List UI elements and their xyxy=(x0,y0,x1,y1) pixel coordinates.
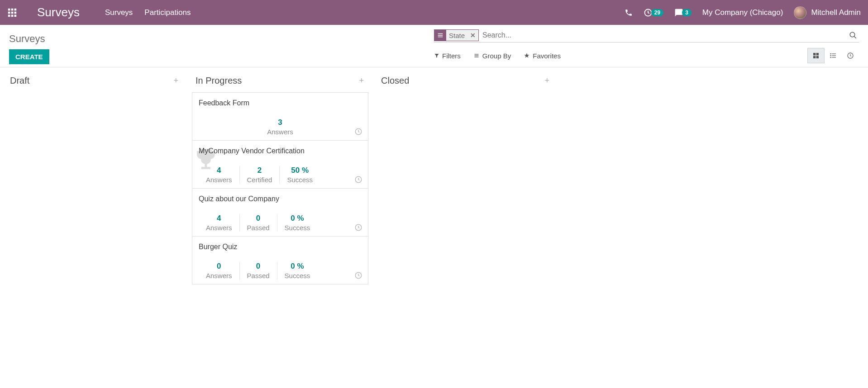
company-switcher[interactable]: My Company (Chicago) xyxy=(702,8,783,17)
svg-rect-4 xyxy=(11,11,14,14)
control-panel: Surveys CREATE State ✕ Filters xyxy=(0,25,868,67)
facet-label: State xyxy=(446,32,467,39)
card-title: Feedback Form xyxy=(199,99,362,107)
stat-value: 0 xyxy=(206,262,232,271)
kanban-card[interactable]: MyCompany Vendor Certification4Answers2C… xyxy=(192,140,368,189)
svg-rect-8 xyxy=(14,14,17,17)
kanban-column: Closed+ xyxy=(373,67,558,381)
stat-value: 2 xyxy=(247,166,272,175)
stat-value: 0 xyxy=(247,214,270,223)
user-menu[interactable]: Mitchell Admin xyxy=(794,6,861,19)
column-add-icon[interactable]: + xyxy=(359,76,364,85)
activity-clock-icon[interactable] xyxy=(354,128,362,136)
card-title: MyCompany Vendor Certification xyxy=(199,147,362,155)
kanban-view: Draft+In Progress+Feedback Form3AnswersM… xyxy=(0,67,868,381)
view-switcher xyxy=(807,48,859,63)
filters-label: Filters xyxy=(442,52,461,60)
card-title: Quiz about our Company xyxy=(199,195,362,203)
card-stat[interactable]: 0Passed xyxy=(240,262,277,279)
stat-label: Passed xyxy=(247,272,270,279)
card-stat[interactable]: 50 %Success xyxy=(280,166,320,184)
search-icon[interactable] xyxy=(847,31,859,39)
kanban-card[interactable]: Burger Quiz0Answers0Passed0 %Success xyxy=(192,236,368,284)
main-navbar: Surveys Surveys Participations 29 3 My C… xyxy=(0,0,868,25)
kanban-card[interactable]: Quiz about our Company4Answers0Passed0 %… xyxy=(192,188,368,237)
stat-label: Answers xyxy=(206,224,232,232)
nav-participations[interactable]: Participations xyxy=(144,8,191,17)
svg-point-26 xyxy=(830,55,831,56)
create-button[interactable]: CREATE xyxy=(9,49,49,64)
filters-button[interactable]: Filters xyxy=(434,52,461,60)
card-stat[interactable]: 0 %Success xyxy=(277,214,318,232)
search-toolbar: Filters Group By Favorites xyxy=(434,52,561,60)
stat-label: Answers xyxy=(206,272,232,279)
search-view: State ✕ xyxy=(434,29,859,43)
svg-point-13 xyxy=(850,32,855,37)
top-nav: Surveys Participations xyxy=(105,8,191,17)
view-kanban-button[interactable] xyxy=(807,48,825,63)
column-title[interactable]: In Progress xyxy=(196,76,242,86)
search-facet-state[interactable]: State ✕ xyxy=(434,29,479,41)
card-stat[interactable]: 4Answers xyxy=(199,166,240,184)
svg-line-14 xyxy=(854,36,856,38)
activity-clock-icon[interactable] xyxy=(354,271,362,279)
stat-label: Passed xyxy=(247,224,270,232)
favorites-button[interactable]: Favorites xyxy=(524,52,561,60)
kanban-column: Draft+ xyxy=(2,67,187,381)
stat-value: 0 % xyxy=(285,214,310,223)
favorites-label: Favorites xyxy=(533,52,561,60)
card-stat[interactable]: 0Passed xyxy=(240,214,277,232)
svg-rect-0 xyxy=(8,8,10,10)
column-add-icon[interactable]: + xyxy=(544,76,549,85)
discuss-badge: 3 xyxy=(682,9,692,16)
user-name: Mitchell Admin xyxy=(811,8,861,17)
groupby-button[interactable]: Group By xyxy=(473,52,511,60)
column-title[interactable]: Closed xyxy=(381,76,409,86)
breadcrumb: Surveys xyxy=(9,33,434,45)
card-stat[interactable]: 3Answers xyxy=(199,118,362,136)
kanban-card[interactable]: Feedback Form3Answers xyxy=(192,92,368,141)
svg-rect-21 xyxy=(816,56,819,58)
card-stat[interactable]: 4Answers xyxy=(199,214,240,232)
activities-icon[interactable]: 29 xyxy=(644,8,663,17)
phone-icon[interactable] xyxy=(625,9,633,17)
svg-rect-18 xyxy=(813,53,816,55)
column-title[interactable]: Draft xyxy=(10,76,29,86)
svg-rect-2 xyxy=(14,8,17,10)
card-title: Burger Quiz xyxy=(199,243,362,251)
card-stat[interactable]: 0Answers xyxy=(199,262,240,279)
svg-rect-7 xyxy=(11,14,14,17)
stat-label: Answers xyxy=(206,128,354,136)
stat-value: 4 xyxy=(206,166,232,175)
activities-badge: 29 xyxy=(651,9,663,16)
activity-clock-icon[interactable] xyxy=(354,223,362,232)
discuss-icon[interactable]: 3 xyxy=(674,8,692,17)
stat-value: 50 % xyxy=(287,166,313,175)
search-input[interactable] xyxy=(479,30,847,41)
stat-label: Success xyxy=(287,176,313,184)
svg-rect-1 xyxy=(11,8,14,10)
stat-value: 4 xyxy=(206,214,232,223)
stat-label: Certified xyxy=(247,176,272,184)
view-activity-button[interactable] xyxy=(842,48,859,63)
column-add-icon[interactable]: + xyxy=(173,76,178,85)
card-stat[interactable]: 2Certified xyxy=(240,166,280,184)
apps-icon[interactable] xyxy=(7,8,17,18)
stat-label: Success xyxy=(285,272,310,279)
svg-rect-19 xyxy=(816,53,819,55)
view-list-button[interactable] xyxy=(825,48,842,63)
nav-surveys[interactable]: Surveys xyxy=(105,8,133,17)
stat-label: Answers xyxy=(206,176,232,184)
stat-value: 0 xyxy=(247,262,270,271)
facet-remove-icon[interactable]: ✕ xyxy=(467,32,478,39)
card-stat[interactable]: 0 %Success xyxy=(277,262,318,279)
svg-rect-20 xyxy=(813,56,816,58)
app-brand[interactable]: Surveys xyxy=(37,5,80,19)
activity-clock-icon[interactable] xyxy=(354,175,362,184)
stat-value: 3 xyxy=(206,118,354,127)
svg-rect-6 xyxy=(8,14,10,17)
groupby-facet-icon xyxy=(434,30,446,41)
kanban-column: In Progress+Feedback Form3AnswersMyCompa… xyxy=(187,67,373,381)
svg-rect-3 xyxy=(8,11,10,14)
svg-point-25 xyxy=(830,53,831,54)
